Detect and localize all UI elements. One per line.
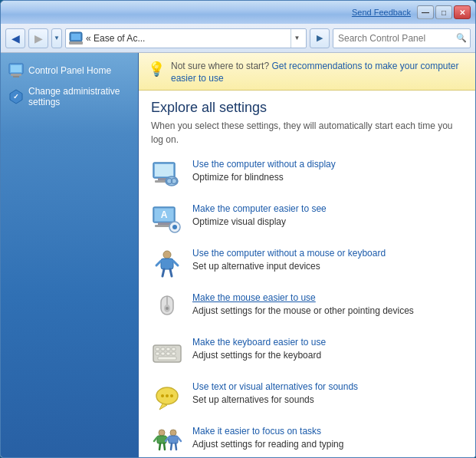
- mouse-easier-content: Make the mouse easier to use Adjust sett…: [192, 292, 463, 318]
- text-visual-sounds-icon: [151, 381, 183, 414]
- svg-point-49: [166, 394, 169, 397]
- svg-line-31: [170, 269, 172, 276]
- setting-item-focus-tasks: Make it easier to focus on tasks Adjust …: [151, 426, 463, 457]
- no-display-icon: [151, 159, 183, 191]
- keyboard-easier-icon: [151, 337, 183, 369]
- easier-to-see-link[interactable]: Make the computer easier to see: [192, 203, 463, 214]
- search-bar[interactable]: 🔍: [333, 28, 471, 48]
- no-display-link[interactable]: Use the computer without a display: [192, 159, 463, 170]
- svg-point-26: [163, 251, 171, 259]
- svg-line-30: [162, 269, 164, 276]
- svg-line-55: [159, 443, 160, 450]
- recent-pages-button[interactable]: ▼: [51, 28, 62, 48]
- svg-rect-45: [158, 357, 176, 360]
- no-display-desc: Optimize for blindness: [192, 172, 284, 183]
- svg-rect-4: [11, 65, 21, 72]
- keyboard-easier-content: Make the keyboard easier to use Adjust s…: [192, 337, 463, 362]
- svg-rect-41: [156, 352, 159, 355]
- svg-line-29: [173, 261, 178, 265]
- svg-rect-6: [13, 76, 19, 77]
- keyboard-easier-link[interactable]: Make the keyboard easier to use: [192, 337, 463, 348]
- control-panel-home-label: Control Panel Home: [28, 65, 111, 76]
- back-button[interactable]: ◀: [5, 28, 25, 48]
- no-mouse-keyboard-link[interactable]: Use the computer without a mouse or keyb…: [192, 248, 463, 259]
- svg-line-60: [178, 437, 181, 441]
- svg-line-62: [176, 443, 176, 450]
- control-panel-home-icon: [8, 63, 24, 78]
- no-mouse-keyboard-desc: Set up alternative input devices: [192, 261, 320, 272]
- settings-title: Explore all settings: [151, 100, 463, 116]
- search-icon[interactable]: 🔍: [456, 33, 467, 43]
- setting-item-mouse-easier: Make the mouse easier to use Adjust sett…: [151, 292, 463, 325]
- tip-content: Not sure where to start? Get recommendat…: [171, 59, 466, 84]
- send-feedback-link[interactable]: Send Feedback: [352, 8, 411, 17]
- tip-icon: 💡: [148, 61, 165, 77]
- address-text: « Ease of Ac...: [86, 33, 291, 44]
- svg-point-48: [161, 394, 164, 397]
- text-visual-sounds-content: Use text or visual alternatives for soun…: [192, 381, 463, 407]
- admin-settings-icon: ✓: [8, 89, 24, 104]
- svg-point-35: [166, 307, 169, 310]
- svg-rect-27: [161, 259, 173, 269]
- easier-to-see-desc: Optimize visual display: [192, 216, 286, 227]
- no-mouse-keyboard-icon: [151, 248, 183, 280]
- sidebar-item-admin-settings[interactable]: ✓ Change administrative settings: [1, 82, 138, 111]
- address-bar[interactable]: « Ease of Ac... ▼: [65, 28, 307, 48]
- no-display-content: Use the computer without a display Optim…: [192, 159, 463, 184]
- svg-rect-39: [166, 348, 170, 351]
- svg-rect-42: [161, 352, 165, 355]
- text-visual-sounds-link[interactable]: Use text or visual alternatives for soun…: [192, 381, 463, 392]
- title-bar: Send Feedback — □ ✕: [1, 1, 475, 24]
- setting-item-easier-to-see: A Make the computer easier to see Optimi…: [151, 203, 463, 236]
- easier-to-see-icon: A: [151, 203, 183, 236]
- svg-rect-43: [166, 352, 170, 355]
- svg-rect-40: [172, 348, 176, 351]
- svg-line-53: [154, 437, 157, 441]
- search-input[interactable]: [338, 33, 453, 44]
- admin-settings-label: Change administrative settings: [28, 86, 130, 107]
- mouse-easier-desc: Adjust settings for the mouse or other p…: [192, 305, 414, 316]
- svg-line-56: [164, 443, 165, 450]
- svg-text:✓: ✓: [13, 93, 19, 100]
- setting-item-no-mouse-keyboard: Use the computer without a mouse or keyb…: [151, 248, 463, 280]
- focus-tasks-link[interactable]: Make it easier to focus on tasks: [192, 426, 463, 437]
- text-visual-sounds-desc: Set up alternatives for sounds: [192, 394, 314, 405]
- svg-marker-47: [159, 404, 167, 410]
- svg-line-28: [156, 261, 161, 265]
- go-button[interactable]: ▶: [310, 28, 330, 48]
- settings-description: When you select these settings, they wil…: [151, 119, 463, 147]
- svg-rect-58: [169, 436, 178, 443]
- tip-text: Not sure where to start?: [171, 61, 269, 71]
- mouse-easier-link[interactable]: Make the mouse easier to use: [192, 292, 463, 303]
- forward-button[interactable]: ▶: [28, 28, 48, 48]
- svg-rect-1: [71, 34, 80, 40]
- no-mouse-keyboard-content: Use the computer without a mouse or keyb…: [192, 248, 463, 273]
- easier-to-see-content: Make the computer easier to see Optimize…: [192, 203, 463, 229]
- keyboard-easier-desc: Adjust settings for the keyboard: [192, 350, 321, 361]
- content-area: Control Panel Home ✓ Change administrati…: [1, 53, 475, 457]
- svg-rect-52: [157, 436, 166, 443]
- svg-rect-44: [172, 352, 176, 355]
- minimize-button[interactable]: —: [417, 5, 434, 19]
- svg-point-25: [172, 225, 177, 229]
- settings-area: Explore all settings When you select the…: [139, 91, 475, 457]
- focus-tasks-icon: [151, 426, 183, 457]
- sidebar-item-control-panel-home[interactable]: Control Panel Home: [1, 59, 138, 82]
- svg-rect-22: [158, 222, 170, 225]
- svg-rect-37: [156, 348, 159, 351]
- svg-point-51: [159, 430, 165, 436]
- address-dropdown-button[interactable]: ▼: [291, 29, 303, 48]
- tip-area: 💡 Not sure where to start? Get recommend…: [139, 53, 475, 91]
- setting-item-text-visual-sounds: Use text or visual alternatives for soun…: [151, 381, 463, 414]
- focus-tasks-desc: Adjust settings for reading and typing: [192, 439, 343, 450]
- svg-rect-10: [155, 164, 173, 176]
- mouse-easier-icon: [151, 292, 183, 325]
- svg-rect-2: [69, 41, 83, 44]
- svg-rect-5: [11, 74, 21, 76]
- svg-line-61: [171, 443, 172, 450]
- sidebar: Control Panel Home ✓ Change administrati…: [1, 53, 139, 457]
- svg-point-57: [170, 430, 176, 436]
- setting-item-no-display: Use the computer without a display Optim…: [151, 159, 463, 191]
- close-button[interactable]: ✕: [454, 5, 471, 19]
- maximize-button[interactable]: □: [435, 5, 452, 19]
